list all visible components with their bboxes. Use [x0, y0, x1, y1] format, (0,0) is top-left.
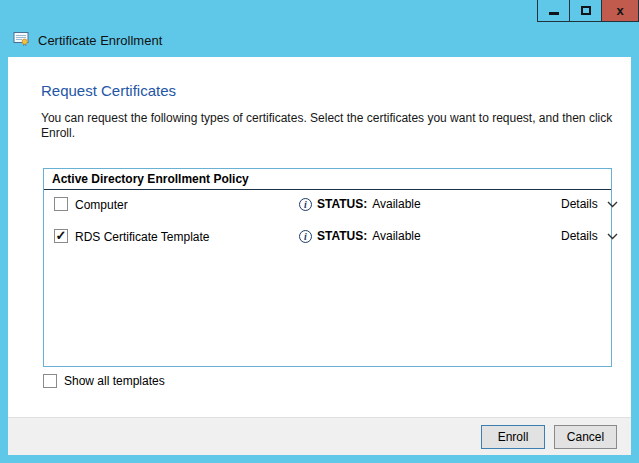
details-dropdown[interactable]: Details — [561, 197, 618, 211]
enrollment-policy-group: Active Directory Enrollment Policy Compu… — [43, 168, 612, 367]
template-row-computer: Computer i STATUS: Available Details — [44, 197, 611, 213]
info-icon: i — [299, 198, 312, 211]
maximize-button[interactable] — [569, 0, 602, 22]
show-all-templates-row: Show all templates — [43, 374, 165, 388]
show-all-templates-label: Show all templates — [64, 374, 165, 388]
maximize-icon — [581, 6, 591, 15]
window-controls: x — [538, 0, 639, 22]
template-row-rds: ✓ RDS Certificate Template i STATUS: Ava… — [44, 229, 611, 245]
status-group: i STATUS: Available — [299, 229, 421, 243]
show-all-templates-checkbox[interactable] — [43, 374, 57, 388]
template-name: Computer — [75, 198, 128, 212]
details-dropdown[interactable]: Details — [561, 229, 618, 243]
status-value: Available — [372, 197, 420, 211]
status-value: Available — [372, 229, 420, 243]
page-title: Request Certificates — [41, 82, 176, 99]
dialog-content: Request Certificates You can request the… — [8, 57, 631, 455]
close-icon: x — [616, 1, 623, 21]
titlebar: Certificate Enrollment — [13, 30, 162, 51]
checkmark: ✓ — [56, 230, 67, 242]
cancel-button[interactable]: Cancel — [554, 425, 617, 449]
close-button[interactable]: x — [601, 0, 639, 22]
minimize-icon — [549, 12, 559, 15]
page-description: You can request the following types of c… — [41, 111, 619, 141]
minimize-button[interactable] — [537, 0, 570, 22]
status-label: STATUS: — [317, 229, 367, 243]
status-group: i STATUS: Available — [299, 197, 421, 211]
enroll-button[interactable]: Enroll — [481, 425, 545, 449]
status-label: STATUS: — [317, 197, 367, 211]
info-icon: i — [299, 230, 312, 243]
certificate-enrollment-window: x Certificate Enrollment Request Certifi… — [0, 0, 639, 463]
certificate-icon — [13, 30, 30, 51]
chevron-down-icon — [607, 201, 618, 208]
details-label: Details — [561, 197, 598, 211]
template-name: RDS Certificate Template — [75, 230, 210, 244]
dialog-footer: Enroll Cancel — [8, 417, 631, 455]
enrollment-policy-header: Active Directory Enrollment Policy — [44, 169, 611, 190]
window-title: Certificate Enrollment — [38, 33, 162, 48]
chevron-down-icon — [607, 233, 618, 240]
template-checkbox-computer[interactable] — [54, 197, 68, 211]
details-label: Details — [561, 229, 598, 243]
template-checkbox-rds[interactable]: ✓ — [54, 229, 68, 243]
